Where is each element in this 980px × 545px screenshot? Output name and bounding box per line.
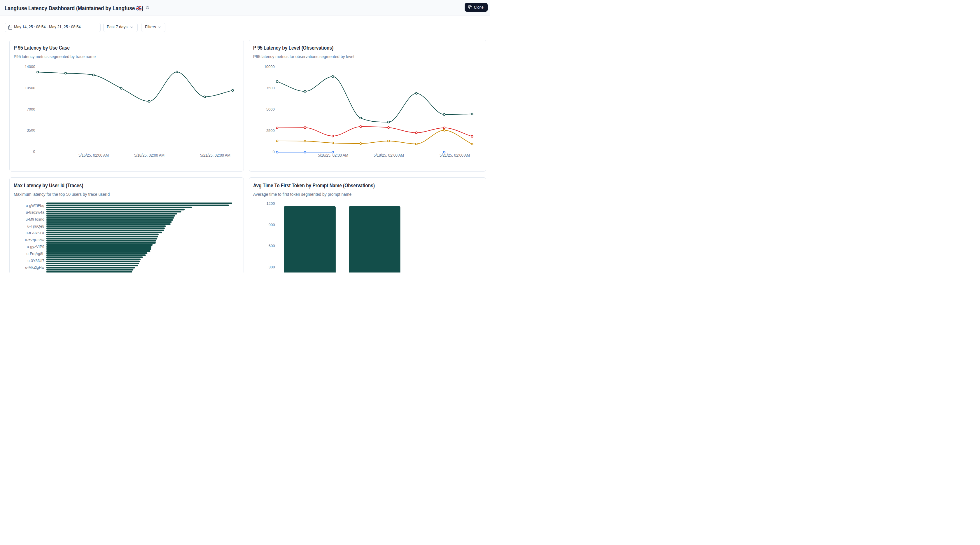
svg-text:u-TjruQe8: u-TjruQe8 (27, 224, 45, 228)
svg-text:u-8sq2w4a: u-8sq2w4a (25, 210, 45, 214)
svg-text:900: 900 (268, 222, 275, 227)
svg-text:10500: 10500 (24, 86, 35, 90)
svg-text:5/18/25, 02:00 AM: 5/18/25, 02:00 AM (134, 152, 164, 157)
svg-text:u-M9Tosno: u-M9Tosno (25, 217, 44, 221)
svg-text:0: 0 (33, 149, 35, 153)
svg-text:1200: 1200 (266, 201, 275, 206)
svg-text:7500: 7500 (266, 86, 274, 90)
svg-text:u-FrqAg8L: u-FrqAg8L (26, 251, 44, 256)
svg-text:u-MkZlgHw: u-MkZlgHw (25, 265, 45, 269)
svg-text:3500: 3500 (27, 128, 35, 132)
svg-text:5/21/25, 02:00 AM: 5/21/25, 02:00 AM (200, 152, 231, 157)
svg-text:300: 300 (268, 265, 275, 269)
svg-text:600: 600 (268, 244, 275, 248)
svg-text:14000: 14000 (24, 64, 35, 69)
svg-text:u-zVqP3hw: u-zVqP3hw (25, 237, 45, 242)
svg-text:10000: 10000 (264, 64, 274, 69)
svg-text:u-gyzVIP9: u-gyzVIP9 (27, 244, 45, 249)
svg-text:7000: 7000 (27, 107, 35, 111)
svg-text:u-3Y8fUi7: u-3Y8fUi7 (27, 258, 45, 263)
svg-text:5000: 5000 (266, 107, 274, 111)
svg-text:u-tFAR5TX: u-tFAR5TX (25, 231, 45, 235)
svg-text:5/18/25, 02:00 AM: 5/18/25, 02:00 AM (374, 152, 404, 157)
svg-text:u-gWTiFbq: u-gWTiFbq (25, 203, 45, 207)
svg-text:2500: 2500 (266, 128, 274, 132)
svg-text:5/16/25, 02:00 AM: 5/16/25, 02:00 AM (78, 152, 109, 157)
svg-text:0: 0 (272, 149, 274, 154)
